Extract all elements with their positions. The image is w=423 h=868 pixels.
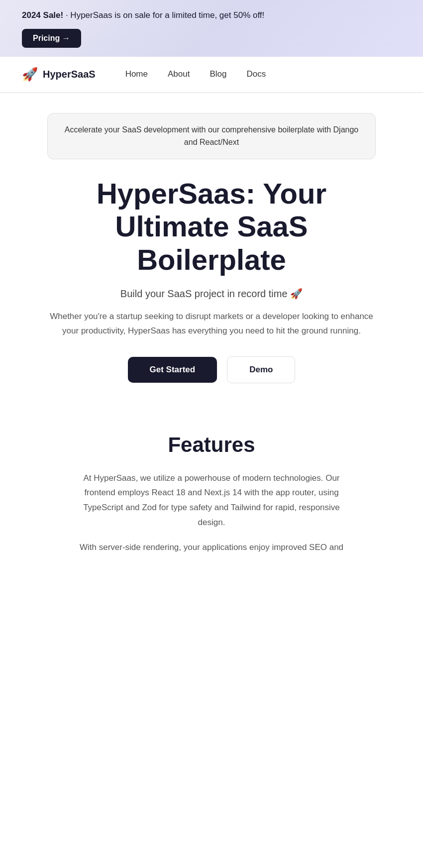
hero-title: HyperSaas: Your Ultimate SaaS Boilerplat… bbox=[42, 177, 381, 277]
sale-banner-text: 2024 Sale! · HyperSaas is on sale for a … bbox=[22, 9, 401, 22]
demo-button[interactable]: Demo bbox=[227, 356, 295, 383]
features-title: Features bbox=[30, 433, 393, 457]
sale-label: 2024 Sale! bbox=[22, 10, 63, 20]
nav-link-home[interactable]: Home bbox=[125, 69, 148, 79]
features-description-1: At HyperSaas, we utilize a powerhouse of… bbox=[72, 471, 351, 530]
hero-buttons: Get Started Demo bbox=[128, 356, 296, 383]
hero-description: Whether you're a startup seeking to disr… bbox=[47, 310, 376, 338]
hero-subtitle: Build your SaaS project in record time 🚀 bbox=[120, 288, 303, 300]
pricing-button[interactable]: Pricing → bbox=[22, 29, 81, 48]
navbar: 🚀 HyperSaaS Home About Blog Docs bbox=[0, 57, 423, 93]
features-description-2: With server-side rendering, your applica… bbox=[72, 540, 351, 555]
sale-banner: 2024 Sale! · HyperSaas is on sale for a … bbox=[0, 0, 423, 57]
sale-text: · HyperSaas is on sale for a limited tim… bbox=[63, 10, 264, 20]
features-section: Features At HyperSaas, we utilize a powe… bbox=[0, 408, 423, 575]
logo-icon: 🚀 bbox=[22, 67, 38, 82]
nav-link-about[interactable]: About bbox=[168, 69, 190, 79]
nav-link-blog[interactable]: Blog bbox=[210, 69, 226, 79]
nav-links: Home About Blog Docs bbox=[125, 69, 401, 79]
get-started-button[interactable]: Get Started bbox=[128, 357, 217, 383]
logo-text: HyperSaaS bbox=[43, 69, 96, 80]
nav-link-docs[interactable]: Docs bbox=[246, 69, 266, 79]
hero-section: Accelerate your SaaS development with ou… bbox=[0, 93, 423, 408]
hero-badge: Accelerate your SaaS development with ou… bbox=[47, 113, 376, 159]
logo-area: 🚀 HyperSaaS bbox=[22, 67, 96, 82]
